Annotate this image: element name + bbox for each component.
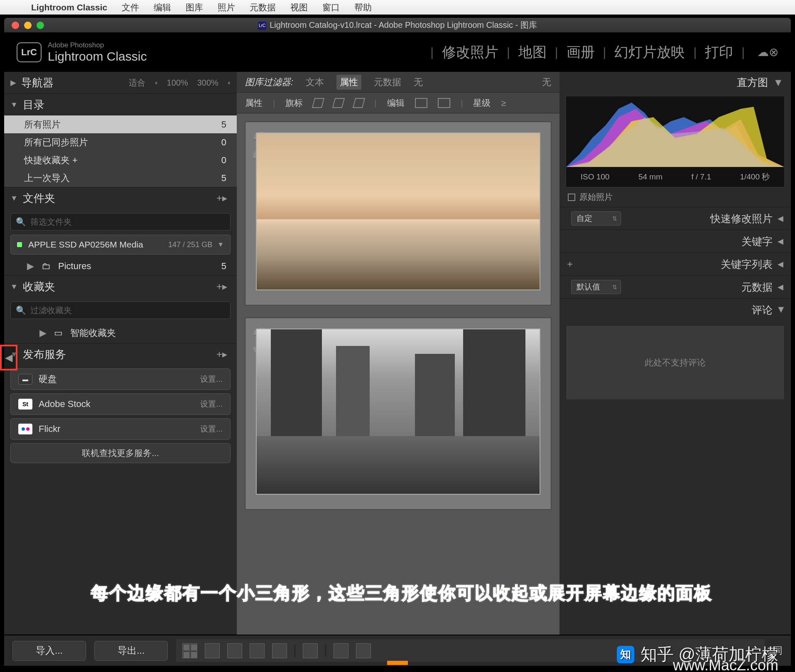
cloud-sync-icon[interactable]: ☁⊗ [757, 45, 778, 59]
filter-attribute[interactable]: 属性 [336, 75, 361, 90]
thumbnail-cell[interactable]: 2 [245, 122, 551, 305]
histogram-display[interactable]: ISO 100 54 mm f / 7.1 1/400 秒 [566, 96, 785, 187]
folder-pictures[interactable]: ▶ 🗀 Pictures 5 [4, 257, 237, 275]
filter-metadata[interactable]: 元数据 [374, 76, 401, 88]
smart-collections[interactable]: ▶ ▭ 智能收藏夹 [4, 323, 237, 343]
compare-view-icon[interactable] [227, 643, 242, 658]
catalog-all-photos[interactable]: 所有照片5 [4, 115, 237, 133]
survey-view-icon[interactable] [250, 643, 265, 658]
app-logo: LrC [17, 42, 42, 62]
thumbnail-cell[interactable]: 3 [245, 318, 551, 510]
zoom-fit[interactable]: 适合 [129, 77, 145, 88]
loupe-view-icon[interactable] [205, 643, 220, 658]
library-filter-bar: 图库过滤器: 文本 属性 元数据 无 无 [237, 72, 559, 93]
menu-photo[interactable]: 照片 [218, 2, 235, 13]
menu-file[interactable]: 文件 [122, 2, 139, 13]
hist-focal: 54 mm [638, 172, 662, 181]
adobestock-icon: St [18, 399, 32, 410]
volume-row[interactable]: APPLE SSD AP0256M Media 147 / 251 GB ▼ [10, 235, 231, 255]
module-map[interactable]: 地图 [518, 43, 547, 62]
flag-picked-icon[interactable] [312, 98, 324, 108]
add-publish-button[interactable]: +▸ [216, 348, 227, 360]
edit-master-icon[interactable] [415, 98, 427, 108]
publish-adobestock[interactable]: St Adobe Stock 设置... [10, 393, 231, 415]
catalog-synced[interactable]: 所有已同步照片0 [4, 133, 237, 151]
search-icon: 🔍 [16, 305, 26, 315]
setup-link[interactable]: 设置... [200, 399, 223, 410]
collapse-icon: ◀ [778, 214, 783, 223]
quick-develop-header[interactable]: 自定 快速修改照片 ◀ [559, 207, 791, 230]
filter-preset[interactable]: 无 [542, 76, 551, 88]
setup-link[interactable]: 设置... [200, 374, 223, 385]
folder-search[interactable]: 🔍 筛选文件夹 [10, 213, 231, 231]
sort-icon[interactable] [334, 643, 348, 658]
import-button[interactable]: 导入... [12, 641, 86, 661]
rating-compare-icon[interactable]: ≥ [501, 98, 506, 108]
catalog-quick[interactable]: 快捷收藏夹 +0 [4, 151, 237, 169]
filter-text[interactable]: 文本 [306, 76, 324, 88]
mac-menubar: Lightroom Classic 文件 编辑 图库 照片 元数据 视图 窗口 … [0, 0, 795, 15]
edit-virtual-icon[interactable] [438, 98, 450, 108]
brand-small: Adobe Photoshop [48, 41, 147, 49]
original-photo-checkbox[interactable]: 原始照片 [568, 191, 783, 203]
app-name[interactable]: Lightroom Classic [31, 2, 107, 12]
panel-edge-handle-highlight[interactable]: ◀ [0, 345, 17, 370]
panel-bottom-handle[interactable] [387, 661, 408, 665]
collection-search[interactable]: 🔍 过滤收藏夹 [10, 302, 231, 319]
add-folder-button[interactable]: +▸ [216, 192, 227, 204]
publish-harddrive[interactable]: ▬ 硬盘 设置... [10, 368, 231, 390]
expand-icon: ▶ [27, 261, 34, 272]
histogram-header[interactable]: 直方图 ▼ [559, 72, 791, 93]
add-collection-button[interactable]: +▸ [216, 281, 227, 292]
thumb-city[interactable] [256, 329, 540, 495]
painter-icon[interactable] [303, 643, 318, 658]
flag-rejected-icon[interactable] [353, 98, 365, 108]
filter-none[interactable]: 无 [414, 76, 423, 88]
volume-status-icon [17, 242, 22, 247]
module-develop[interactable]: 修改照片 [442, 43, 498, 62]
comments-header[interactable]: 评论 ◀ [559, 298, 791, 321]
minimize-button[interactable] [24, 22, 32, 29]
export-button[interactable]: 导出... [94, 641, 168, 661]
close-button[interactable] [12, 22, 19, 29]
menu-metadata[interactable]: 元数据 [250, 2, 276, 13]
catalog-header[interactable]: ▼ 目录 [4, 94, 237, 115]
menu-edit[interactable]: 编辑 [154, 2, 171, 13]
quick-preset-dropdown[interactable]: 自定 [571, 211, 621, 226]
menu-view[interactable]: 视图 [290, 2, 308, 13]
collections-header[interactable]: ▼ 收藏夹 +▸ [4, 276, 237, 297]
flag-unflagged-icon[interactable] [332, 98, 345, 108]
metadata-preset-dropdown[interactable]: 默认值 [571, 280, 621, 294]
rating-label: 星级 [473, 97, 491, 109]
keywords-header[interactable]: 关键字 ◀ [559, 230, 791, 253]
module-print[interactable]: 打印 [705, 43, 733, 62]
hist-shutter: 1/400 秒 [740, 172, 770, 182]
publish-flickr[interactable]: Flickr 设置... [10, 418, 231, 440]
harddrive-icon: ▬ [18, 374, 32, 385]
folders-header[interactable]: ▼ 文件夹 +▸ [4, 187, 237, 209]
brand-big: Lightroom Classic [48, 49, 147, 64]
module-slideshow[interactable]: 幻灯片放映 [614, 43, 685, 62]
add-keyword-button[interactable]: + [567, 258, 573, 270]
grid-view-icon[interactable] [182, 643, 197, 658]
zoom-100[interactable]: 100% [167, 78, 188, 88]
metadata-header[interactable]: 默认值 元数据 ◀ [559, 275, 791, 298]
catalog-last-import[interactable]: 上一次导入5 [4, 169, 237, 187]
menu-help[interactable]: 帮助 [354, 2, 372, 13]
people-view-icon[interactable] [272, 643, 287, 658]
zoom-300[interactable]: 300% [197, 78, 218, 88]
menu-window[interactable]: 窗口 [322, 2, 340, 13]
module-book[interactable]: 画册 [567, 43, 595, 62]
publish-header[interactable]: ▼ 发布服务 +▸ [4, 343, 237, 365]
find-more-services[interactable]: 联机查找更多服务... [10, 443, 231, 463]
thumbnail-grid[interactable]: 2 3 [237, 113, 559, 635]
zhihu-icon: 知 [617, 646, 634, 663]
maximize-button[interactable] [37, 22, 44, 29]
folder-icon: 🗀 [42, 261, 51, 272]
menu-library[interactable]: 图库 [186, 2, 203, 13]
keyword-list-header[interactable]: + 关键字列表 ◀ [559, 253, 791, 275]
thumb-beach[interactable] [256, 132, 540, 290]
setup-link[interactable]: 设置... [200, 424, 223, 434]
sort-dir-icon[interactable] [356, 643, 371, 658]
navigator-header[interactable]: ▶ 导航器 适合♦ 100% 300%♦ [4, 72, 237, 93]
